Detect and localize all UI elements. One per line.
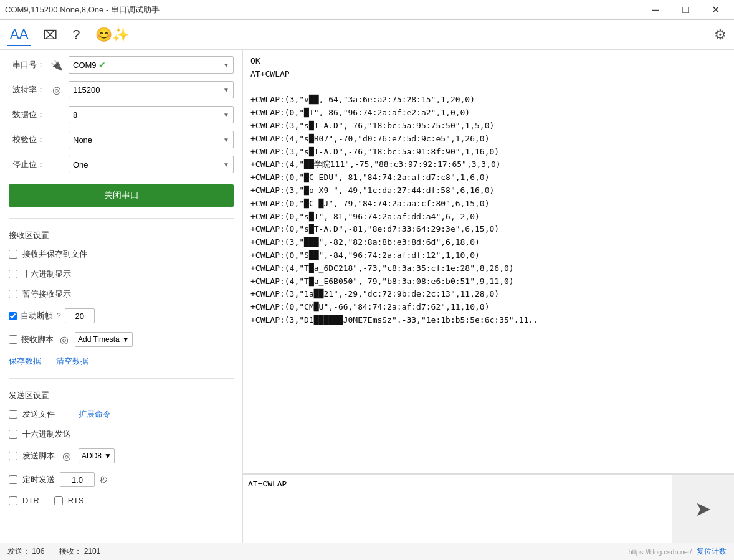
title-bar-controls: ─ □ ✕ (642, 1, 729, 19)
parity-select[interactable]: None ▼ (69, 131, 234, 148)
receive-script-row: 接收脚本 ◎ Add Timesta ▼ (9, 332, 234, 347)
receive-script-select[interactable]: Add Timesta ▼ (75, 332, 133, 347)
port-select[interactable]: COM9 ✔ ▼ (69, 56, 234, 74)
timed-send-value-input[interactable] (60, 472, 95, 487)
port-label: 串口号： (9, 59, 45, 70)
stop-bits-arrow: ▼ (223, 161, 229, 168)
hex-send-label[interactable]: 十六进制发送 (22, 429, 71, 440)
send-textarea[interactable]: AT+CWLAP (243, 475, 672, 543)
timed-send-label[interactable]: 定时发送 (22, 474, 55, 485)
receive-area: OK AT+CWLAP +CWLAP:(3,"v██,-64,"3a:6e:a2… (243, 50, 734, 474)
status-bar-left: 发送： 106 接收： 2101 (7, 546, 100, 557)
emoji-icon[interactable]: 😊✨ (93, 24, 131, 45)
send-file-checkbox[interactable] (9, 410, 17, 419)
baud-label: 波特率： (9, 84, 45, 95)
parity-label: 校验位： (9, 134, 45, 145)
data-bits-select[interactable]: 8 ▼ (69, 106, 234, 123)
send-count: 106 (32, 547, 44, 556)
timed-send-checkbox[interactable] (9, 475, 17, 484)
hex-send-checkbox[interactable] (9, 430, 17, 439)
close-serial-button[interactable]: 关闭串口 (9, 184, 234, 207)
port-row: 串口号： 🔌 COM9 ✔ ▼ (9, 56, 234, 74)
receive-content: OK AT+CWLAP +CWLAP:(3,"v██,-64,"3a:6e:a2… (250, 55, 727, 327)
receive-script-option: Add Timesta (78, 335, 120, 344)
port-icon: 🔌 (50, 59, 64, 71)
expand-cmd-link[interactable]: 扩展命令 (79, 409, 111, 420)
baud-arrow: ▼ (223, 87, 229, 93)
maximize-button[interactable]: □ (672, 1, 699, 19)
close-button[interactable]: ✕ (702, 1, 729, 19)
send-icon: ➤ (695, 497, 712, 521)
dtr-rts-row: DTR RTS (9, 496, 234, 505)
baud-select[interactable]: 115200 ▼ (69, 81, 234, 98)
save-to-file-checkbox[interactable] (9, 250, 17, 259)
hex-display-checkbox[interactable] (9, 270, 17, 278)
stop-bits-value: One (73, 160, 88, 169)
right-panel: OK AT+CWLAP +CWLAP:(3,"v██,-64,"3a:6e:a2… (243, 50, 734, 543)
dtr-checkbox[interactable] (9, 496, 17, 505)
send-script-arrow: ▼ (104, 452, 112, 460)
stop-bits-row: 停止位： One ▼ (9, 156, 234, 173)
parity-value: None (73, 135, 92, 145)
rts-label[interactable]: RTS (68, 496, 84, 505)
reset-count-link[interactable]: 复位计数 (697, 546, 727, 557)
toolbar: AA ⌧ ? 😊✨ ⚙ (0, 20, 734, 50)
auto-frame-value-input[interactable] (65, 308, 95, 323)
port-value: COM9 ✔ (73, 60, 108, 70)
status-bar-right: https://blog.csdn.net/ 复位计数 (628, 546, 727, 557)
baud-icon: ◎ (50, 84, 64, 96)
receive-script-icon: ◎ (57, 334, 71, 346)
receive-count-label: 接收： 2101 (59, 546, 100, 557)
send-file-label[interactable]: 发送文件 (22, 409, 55, 420)
status-bar: 发送： 106 接收： 2101 https://blog.csdn.net/ … (0, 543, 734, 560)
dtr-label[interactable]: DTR (22, 496, 39, 505)
receive-script-checkbox[interactable] (9, 335, 17, 344)
baud-row: 波特率： ◎ 115200 ▼ (9, 81, 234, 98)
rts-checkbox[interactable] (54, 496, 63, 505)
send-area-container: AT+CWLAP ➤ (243, 474, 734, 543)
auto-frame-label[interactable]: 自动断帧 (21, 310, 53, 321)
pause-display-checkbox[interactable] (9, 290, 17, 298)
receive-script-label[interactable]: 接收脚本 (21, 334, 54, 345)
stop-bits-select[interactable]: One ▼ (69, 156, 234, 173)
send-script-label[interactable]: 发送脚本 (22, 450, 55, 462)
send-button[interactable]: ➤ (672, 475, 734, 543)
save-to-file-label[interactable]: 接收并保存到文件 (22, 249, 87, 260)
hex-display-row: 十六进制显示 (9, 268, 234, 280)
left-panel: 串口号： 🔌 COM9 ✔ ▼ 波特率： ◎ 115200 ▼ 数据位： 8 (0, 50, 243, 543)
font-icon[interactable]: AA (7, 24, 31, 46)
divider-2 (9, 378, 234, 379)
save-to-file-row: 接收并保存到文件 (9, 249, 234, 260)
clear-data-link[interactable]: 清空数据 (56, 356, 88, 367)
auto-frame-help-icon[interactable]: ? (57, 311, 61, 320)
title-bar-left: COM9,115200,None,8,One - 串口调试助手 (5, 4, 160, 16)
pause-display-label[interactable]: 暂停接收显示 (22, 288, 71, 300)
auto-frame-checkbox[interactable] (9, 312, 17, 320)
save-data-link[interactable]: 保存数据 (9, 356, 41, 367)
send-script-icon: ◎ (60, 450, 74, 462)
settings-icon[interactable]: ⚙ (714, 27, 727, 43)
auto-frame-row: 自动断帧 ? (9, 308, 234, 323)
csdn-link: https://blog.csdn.net/ (628, 548, 692, 556)
hex-send-row: 十六进制发送 (9, 429, 234, 440)
send-count-label: 发送： 106 (7, 546, 44, 557)
hex-display-label[interactable]: 十六进制显示 (22, 268, 71, 280)
parity-row: 校验位： None ▼ (9, 131, 234, 148)
help-icon[interactable]: ? (70, 24, 82, 45)
timed-send-unit: 秒 (100, 475, 107, 485)
timed-send-row: 定时发送 秒 (9, 472, 234, 487)
receive-count: 2101 (84, 547, 101, 556)
title-bar: COM9,115200,None,8,One - 串口调试助手 ─ □ ✕ (0, 0, 734, 20)
send-script-row: 发送脚本 ◎ ADD8 ▼ (9, 448, 234, 463)
send-script-select[interactable]: ADD8 ▼ (79, 448, 115, 463)
minimize-button[interactable]: ─ (642, 1, 669, 19)
data-bits-row: 数据位： 8 ▼ (9, 106, 234, 123)
toolbar-left: AA ⌧ ? 😊✨ (7, 24, 131, 46)
crop-icon[interactable]: ⌧ (41, 25, 60, 45)
data-bits-arrow: ▼ (223, 112, 229, 118)
send-settings-title: 发送区设置 (9, 390, 234, 401)
send-script-checkbox[interactable] (9, 452, 17, 460)
window-title: COM9,115200,None,8,One - 串口调试助手 (5, 4, 160, 16)
pause-display-row: 暂停接收显示 (9, 288, 234, 300)
send-script-option: ADD8 (82, 452, 102, 460)
